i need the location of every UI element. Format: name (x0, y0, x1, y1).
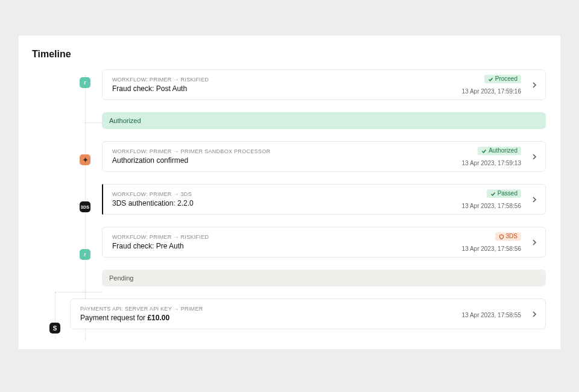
timeline-row-fraud-post-auth[interactable]: WORKFLOW: PRIMER → RISKIFIED Fraud check… (102, 69, 546, 100)
event-meta: 3DS 13 Apr 2023, 17:58:56 (462, 231, 521, 254)
marker-3ds-icon: 3DS (80, 201, 90, 212)
marker-server-api-icon: S (49, 323, 60, 334)
timeline-row-fraud-pre-auth[interactable]: WORKFLOW: PRIMER → RISKIFIED Fraud check… (102, 227, 546, 258)
status-badge: Proceed (484, 75, 521, 83)
event-title: Fraud check: Pre Auth (112, 242, 521, 250)
event-timestamp: 13 Apr 2023, 17:59:13 (462, 160, 521, 166)
timeline-row-3ds-authentication[interactable]: WORKFLOW: PRIMER → 3DS 3DS authenticatio… (102, 184, 546, 215)
status-bar-pending: Pending (102, 270, 546, 286)
workflow-label: WORKFLOW: PRIMER → RISKIFIED (112, 77, 521, 83)
chevron-right-icon (532, 194, 537, 205)
event-title: Fraud check: Post Auth (112, 84, 521, 93)
timeline-row-payment-request[interactable]: PAYMENTS API: SERVER API KEY → PRIMER Pa… (70, 299, 546, 329)
check-icon (490, 191, 496, 197)
event-title: Authorization confirmed (112, 156, 521, 165)
badge-text: Passed (498, 191, 517, 197)
event-timestamp: 13 Apr 2023, 17:58:55 (462, 312, 521, 318)
status-badge: Passed (487, 189, 521, 198)
workflow-label: WORKFLOW: PRIMER → RISKIFIED (112, 234, 521, 240)
check-icon (481, 148, 487, 154)
badge-text: 3DS (506, 233, 517, 239)
event-timestamp: 13 Apr 2023, 17:59:16 (462, 88, 521, 95)
timeline-row-authorization-confirmed[interactable]: WORKFLOW: PRIMER → PRIMER SANDBOX PROCES… (102, 141, 546, 172)
event-title: 3DS authentication: 2.2.0 (112, 199, 521, 207)
marker-processor-icon: ✦ (80, 154, 90, 165)
chevron-right-icon (532, 80, 537, 90)
chevron-right-icon (532, 309, 537, 320)
chevron-right-icon (532, 237, 537, 248)
timeline-panel: Timeline r WORKFLOW: PRIMER → RISKIFIED … (19, 36, 560, 349)
check-icon (488, 77, 493, 82)
workflow-label: WORKFLOW: PRIMER → 3DS (112, 191, 521, 197)
connector (55, 292, 102, 292)
status-badge: Authorized (478, 147, 521, 155)
page-title: Timeline (32, 49, 560, 60)
marker-riskified-icon: r (80, 249, 90, 260)
status-bar-authorized: Authorized (102, 112, 546, 129)
badge-text: Authorized (489, 148, 517, 154)
workflow-label: PAYMENTS API: SERVER API KEY → PRIMER (80, 306, 521, 312)
event-meta: Authorized 13 Apr 2023, 17:59:13 (462, 145, 521, 168)
shield-icon (499, 234, 504, 239)
timeline-list: r WORKFLOW: PRIMER → RISKIFIED Fraud che… (19, 69, 560, 329)
chevron-right-icon (532, 151, 537, 162)
event-title-prefix: Payment request for (80, 314, 147, 322)
event-meta: Proceed 13 Apr 2023, 17:59:16 (462, 74, 521, 96)
payment-amount: £10.00 (147, 314, 169, 322)
marker-riskified-icon: r (80, 77, 90, 88)
badge-text: Proceed (495, 76, 517, 82)
connector (85, 122, 102, 123)
event-meta: 13 Apr 2023, 17:58:55 (462, 309, 521, 320)
event-title: Payment request for £10.00 (80, 314, 521, 322)
event-timestamp: 13 Apr 2023, 17:58:56 (462, 245, 521, 252)
event-meta: Passed 13 Apr 2023, 17:58:56 (462, 188, 521, 211)
workflow-label: WORKFLOW: PRIMER → PRIMER SANDBOX PROCES… (112, 148, 521, 154)
status-badge: 3DS (495, 232, 521, 241)
event-timestamp: 13 Apr 2023, 17:58:56 (462, 203, 521, 209)
